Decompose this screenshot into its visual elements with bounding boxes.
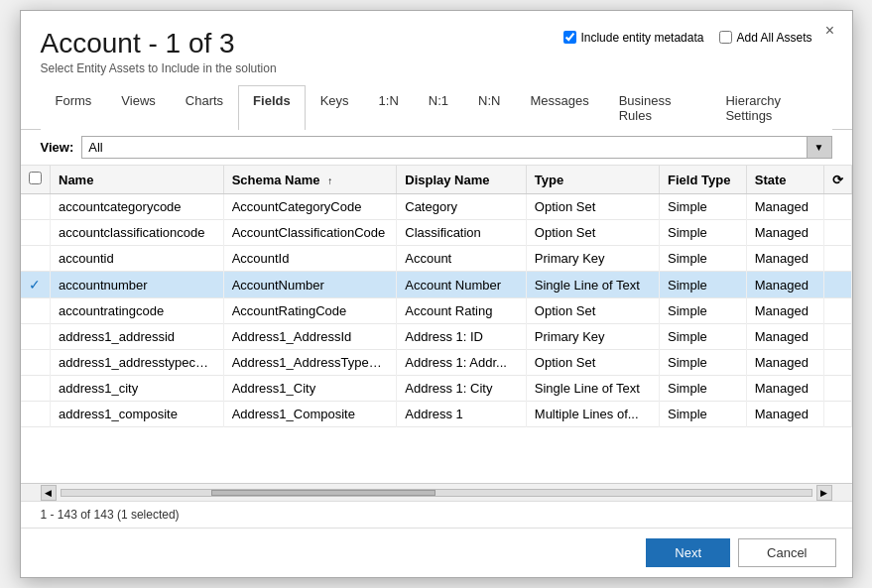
view-dropdown-icon[interactable]: ▼ <box>807 136 832 159</box>
table-row[interactable]: ✓ accountnumber AccountNumber Account Nu… <box>21 272 852 298</box>
col-type[interactable]: Type <box>526 166 659 194</box>
row-schema-name: AccountNumber <box>223 272 397 298</box>
row-check[interactable] <box>21 324 51 350</box>
col-schema-name[interactable]: Schema Name ↑ <box>223 166 397 194</box>
tab-n1[interactable]: N:1 <box>414 85 463 130</box>
row-checkmark: ✓ <box>29 277 41 293</box>
tabs-bar: Forms Views Charts Fields Keys 1:N N:1 N… <box>21 85 852 130</box>
col-refresh[interactable]: ⟳ <box>823 166 851 194</box>
row-state: Managed <box>746 194 823 220</box>
table-row[interactable]: accountcategorycode AccountCategoryCode … <box>21 194 852 220</box>
row-display-name: Account <box>397 246 527 272</box>
row-field-type: Simple <box>660 220 747 246</box>
row-check[interactable] <box>21 194 51 220</box>
row-display-name: Address 1: ID <box>397 324 527 350</box>
row-state: Managed <box>746 298 823 324</box>
row-type: Option Set <box>526 220 659 246</box>
table-row[interactable]: accountid AccountId Account Primary Key … <box>21 246 852 272</box>
row-display-name: Address 1 <box>397 402 527 427</box>
tab-views[interactable]: Views <box>106 85 170 130</box>
add-all-assets-checkbox[interactable] <box>719 31 732 44</box>
row-check[interactable] <box>21 298 51 324</box>
add-all-assets-label[interactable]: Add All Assets <box>719 31 811 45</box>
tab-fields[interactable]: Fields <box>238 85 306 130</box>
row-name: accountnumber <box>51 272 224 298</box>
row-name: accountcategorycode <box>51 194 224 220</box>
tab-1n[interactable]: 1:N <box>364 85 414 130</box>
include-metadata-checkbox[interactable] <box>563 31 576 44</box>
view-select[interactable]: All <box>81 136 831 159</box>
row-schema-name: Address1_AddressId <box>223 324 397 350</box>
col-field-type[interactable]: Field Type <box>660 166 747 194</box>
view-bar: View: All ▼ <box>21 130 852 166</box>
col-display-name[interactable]: Display Name <box>397 166 527 194</box>
table-row[interactable]: accountratingcode AccountRatingCode Acco… <box>21 298 852 324</box>
row-action <box>823 402 851 427</box>
row-type: Option Set <box>526 350 659 376</box>
row-type: Option Set <box>526 194 659 220</box>
table-row[interactable]: address1_composite Address1_Composite Ad… <box>21 402 852 427</box>
row-action <box>823 350 851 376</box>
row-schema-name: Address1_City <box>223 376 397 402</box>
footer: Next Cancel <box>21 528 852 577</box>
select-all-checkbox[interactable] <box>29 172 42 184</box>
table-scroll[interactable]: Name Schema Name ↑ Display Name Type Fie… <box>21 166 852 483</box>
title-bar: Account - 1 of 3 Select Entity Assets to… <box>21 11 852 86</box>
row-check[interactable] <box>21 376 51 402</box>
row-name: address1_addresstypecode <box>51 350 224 376</box>
row-field-type: Simple <box>660 246 747 272</box>
col-name[interactable]: Name <box>51 166 224 194</box>
row-schema-name: AccountCategoryCode <box>223 194 397 220</box>
row-field-type: Simple <box>660 272 747 298</box>
table-row[interactable]: address1_addresstypecode Address1_Addres… <box>21 350 852 376</box>
hscroll-thumb[interactable] <box>211 490 436 496</box>
col-check[interactable] <box>21 166 51 194</box>
row-action <box>823 194 851 220</box>
close-button[interactable]: × <box>820 21 840 41</box>
row-type: Multiple Lines of... <box>526 402 659 427</box>
row-name: address1_addressid <box>51 324 224 350</box>
tab-forms[interactable]: Forms <box>41 85 107 130</box>
include-metadata-label[interactable]: Include entity metadata <box>563 31 703 45</box>
row-state: Managed <box>746 272 823 298</box>
tab-messages[interactable]: Messages <box>515 85 603 130</box>
row-state: Managed <box>746 324 823 350</box>
status-bar: 1 - 143 of 143 (1 selected) <box>21 501 852 528</box>
row-check[interactable]: ✓ <box>21 272 51 298</box>
row-state: Managed <box>746 246 823 272</box>
row-check[interactable] <box>21 246 51 272</box>
horizontal-scrollbar[interactable]: ◀ ▶ <box>21 483 852 501</box>
row-schema-name: Address1_Composite <box>223 402 397 427</box>
tab-hierarchy-settings[interactable]: Hierarchy Settings <box>710 85 831 130</box>
row-check[interactable] <box>21 350 51 376</box>
row-field-type: Simple <box>660 298 747 324</box>
row-check[interactable] <box>21 402 51 427</box>
tab-nn[interactable]: N:N <box>463 85 515 130</box>
table-row[interactable]: address1_city Address1_City Address 1: C… <box>21 376 852 402</box>
next-button[interactable]: Next <box>646 538 730 567</box>
cancel-button[interactable]: Cancel <box>738 538 835 567</box>
row-schema-name: AccountRatingCode <box>223 298 397 324</box>
table-row[interactable]: accountclassificationcode AccountClassif… <box>21 220 852 246</box>
row-action <box>823 376 851 402</box>
row-state: Managed <box>746 376 823 402</box>
view-label: View: <box>41 140 74 155</box>
hscroll-track[interactable] <box>61 489 812 497</box>
scroll-left-arrow[interactable]: ◀ <box>41 485 57 501</box>
row-name: address1_composite <box>51 402 224 427</box>
tab-business-rules[interactable]: Business Rules <box>604 85 711 130</box>
row-display-name: Category <box>397 194 527 220</box>
row-check[interactable] <box>21 220 51 246</box>
table-row[interactable]: address1_addressid Address1_AddressId Ad… <box>21 324 852 350</box>
scroll-right-arrow[interactable]: ▶ <box>816 485 832 501</box>
row-schema-name: AccountId <box>223 246 397 272</box>
dialog-subtitle: Select Entity Assets to Include in the s… <box>41 61 832 75</box>
tab-charts[interactable]: Charts <box>171 85 238 130</box>
row-type: Single Line of Text <box>526 272 659 298</box>
header-checkboxes: Include entity metadata Add All Assets <box>563 31 811 45</box>
col-state[interactable]: State <box>746 166 823 194</box>
tab-keys[interactable]: Keys <box>306 85 364 130</box>
row-schema-name: AccountClassificationCode <box>223 220 397 246</box>
row-field-type: Simple <box>660 376 747 402</box>
view-select-wrapper: All ▼ <box>81 136 831 159</box>
